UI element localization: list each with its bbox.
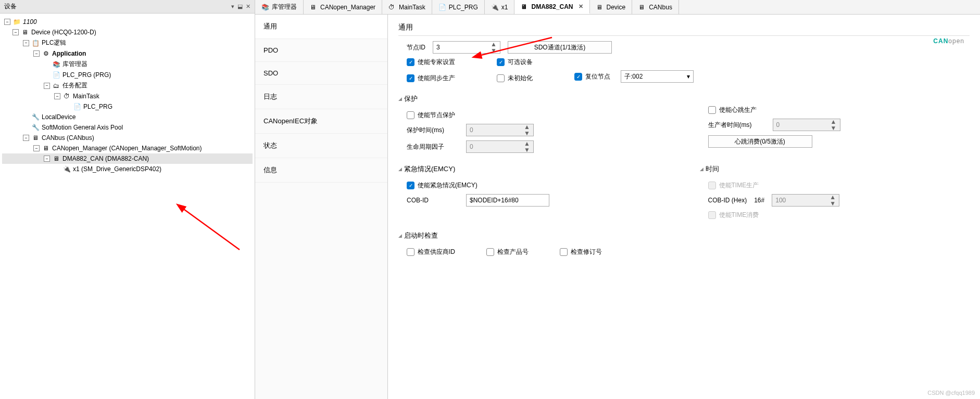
protect-time-input: 0▲▼: [466, 124, 534, 136]
producer-time-input: 0▲▼: [773, 119, 840, 131]
check-product-checkbox[interactable]: 检查产品号: [486, 248, 529, 256]
enable-heartbeat-checkbox[interactable]: 使能心跳生产: [708, 106, 757, 114]
device-icon: 🖥: [21, 28, 29, 36]
section-protection-title[interactable]: 保护: [398, 91, 669, 107]
emcy-cobid-input[interactable]: $NODEID+16#80: [466, 194, 549, 207]
tree-plc-logic[interactable]: − 📋 PLC逻辑: [2, 37, 253, 48]
expander-icon[interactable]: −: [44, 83, 50, 89]
sidenav-general[interactable]: 通用: [255, 15, 387, 39]
tab-x1[interactable]: 🔌x1: [485, 0, 515, 14]
prg-icon: 📄: [438, 4, 446, 11]
library-icon: 📚: [52, 60, 60, 69]
section-startup-title[interactable]: 启动时检查: [398, 228, 970, 243]
heartbeat-consume-button[interactable]: 心跳消费(0/5激活): [708, 135, 812, 148]
device-icon: 🖥: [310, 4, 317, 11]
prg-icon: 📄: [73, 102, 81, 111]
library-icon: 📚: [261, 4, 269, 11]
tree-x1[interactable]: 🔌 x1 (SM_Drive_GenericDSP402): [2, 164, 253, 174]
close-icon[interactable]: ✕: [579, 3, 583, 10]
sdo-channel-button[interactable]: SDO通道(1/1激活): [508, 41, 612, 54]
device-icon: 🖥: [52, 155, 60, 163]
node-id-input[interactable]: 3 ▲▼: [433, 41, 500, 54]
check-vendor-checkbox[interactable]: 检查供应商ID: [407, 248, 455, 256]
panel-close-icon[interactable]: ✕: [246, 3, 250, 10]
emcy-cobid-label: COB-ID: [407, 197, 459, 204]
task-icon: ⏱: [388, 4, 396, 11]
checkbox-unchecked-icon: [708, 106, 716, 114]
enable-time-produce-checkbox: 使能TIME生产: [708, 181, 759, 190]
sidenav-status[interactable]: 状态: [255, 134, 387, 158]
tree-plc-prg[interactable]: 📄 PLC_PRG (PRG): [2, 70, 253, 80]
softmotion-icon: 🔧: [31, 123, 40, 132]
section-emcy-title[interactable]: 紧急情况(EMCY): [398, 161, 669, 177]
checkbox-disabled-icon: [708, 182, 716, 189]
tree-canbus[interactable]: − 🖥 CANbus (CANbus): [2, 133, 253, 143]
checkbox-unchecked-icon: [486, 248, 494, 256]
life-cycle-label: 生命周期因子: [407, 143, 459, 151]
panel-dropdown-icon[interactable]: ▾: [231, 3, 234, 10]
panel-pin-icon[interactable]: ⬓: [237, 3, 243, 10]
tab-canbus[interactable]: 🖥CANbus: [632, 0, 679, 14]
expander-icon[interactable]: −: [12, 29, 19, 35]
spinner-icon[interactable]: ▲▼: [491, 41, 497, 54]
app-icon: ⚙: [42, 49, 50, 58]
sidenav-log[interactable]: 日志: [255, 85, 387, 109]
expander-icon[interactable]: −: [23, 135, 29, 141]
hex-prefix: 16#: [754, 197, 764, 204]
tree-root[interactable]: − 📁 1100: [2, 17, 253, 27]
tree-maintask[interactable]: − ⏱ MainTask: [2, 91, 253, 101]
checkbox-unchecked-icon: [497, 74, 505, 82]
sidenav-canopen-iec[interactable]: CANopenIEC对象: [255, 109, 387, 134]
tree-task-config[interactable]: − 🗂 任务配置: [2, 80, 253, 91]
uninitialized-checkbox[interactable]: 未初始化: [497, 74, 533, 83]
section-time-title[interactable]: 时间: [700, 161, 970, 177]
protect-time-label: 保护时间(ms): [407, 126, 459, 135]
reset-node-checkbox[interactable]: ✓复位节点: [574, 72, 610, 81]
expander-icon[interactable]: −: [4, 19, 10, 25]
time-cobid-label: COB-ID (Hex): [708, 197, 747, 204]
checkbox-checked-icon: ✓: [497, 58, 505, 66]
tree-plc-prg2[interactable]: 📄 PLC_PRG: [2, 101, 253, 112]
tree-softmotion[interactable]: 🔧 SoftMotion General Axis Pool: [2, 122, 253, 133]
tab-maintask[interactable]: ⏱MainTask: [382, 0, 432, 14]
chevron-down-icon: ▾: [687, 73, 690, 80]
task-icon: 🗂: [52, 82, 60, 90]
checkbox-unchecked-icon: [407, 111, 414, 119]
tree-application[interactable]: − ⚙ Application: [2, 48, 253, 59]
expander-icon[interactable]: −: [33, 50, 40, 57]
canopen-logo: CANopen: [933, 30, 964, 47]
expander-icon[interactable]: −: [33, 145, 40, 151]
tree-canopen-manager[interactable]: − 🖥 CANopen_Manager (CANopen_Manager_Sof…: [2, 143, 253, 153]
optional-device-checkbox[interactable]: ✓可选设备: [497, 58, 533, 67]
tab-canopen-manager[interactable]: 🖥CANopen_Manager: [304, 0, 382, 14]
enable-sync-checkbox[interactable]: ✓使能同步生产: [407, 74, 455, 83]
checkbox-unchecked-icon: [407, 248, 414, 256]
enable-node-protect-checkbox[interactable]: 使能节点保护: [407, 111, 455, 120]
tree-device[interactable]: − 🖥 Device (HCQ0-1200-D): [2, 27, 253, 37]
tab-lib-manager[interactable]: 📚库管理器: [255, 0, 304, 14]
sidenav-info[interactable]: 信息: [255, 158, 387, 183]
expander-icon[interactable]: −: [23, 40, 29, 46]
device-tree: − 📁 1100 − 🖥 Device (HCQ0-1200-D) − 📋 PL…: [0, 14, 255, 399]
editor-panel: 📚库管理器 🖥CANopen_Manager ⏱MainTask 📄PLC_PR…: [255, 0, 980, 399]
enable-expert-checkbox[interactable]: ✓使能专家设置: [407, 58, 455, 67]
tab-dma882-can[interactable]: 🖥DMA882_CAN✕: [514, 0, 589, 14]
expander-icon[interactable]: −: [44, 156, 50, 162]
sidenav-sdo[interactable]: SDO: [255, 62, 387, 85]
panel-header: 设备 ▾ ⬓ ✕: [0, 0, 255, 14]
spinner-icon: ▲▼: [524, 124, 530, 136]
enable-emcy-checkbox[interactable]: ✓使能紧急情况(EMCY): [407, 181, 478, 190]
producer-time-label: 生产者时间(ms): [708, 121, 765, 130]
tree-lib-manager[interactable]: 📚 库管理器: [2, 59, 253, 70]
checkbox-checked-icon: ✓: [407, 182, 414, 189]
time-cobid-input: 100▲▼: [772, 194, 839, 207]
tab-plc-prg[interactable]: 📄PLC_PRG: [432, 0, 485, 14]
tab-device[interactable]: 🖥Device: [590, 0, 633, 14]
sub-select[interactable]: 子:002▾: [621, 70, 694, 83]
life-cycle-input: 0▲▼: [466, 140, 534, 153]
check-revision-checkbox[interactable]: 检查修订号: [560, 248, 602, 256]
sidenav-pdo[interactable]: PDO: [255, 39, 387, 62]
tree-dma882-can[interactable]: − 🖥 DMA882_CAN (DMA882-CAN): [2, 153, 253, 164]
tree-local-device[interactable]: 🔧 LocalDevice: [2, 112, 253, 122]
expander-icon[interactable]: −: [54, 93, 60, 99]
